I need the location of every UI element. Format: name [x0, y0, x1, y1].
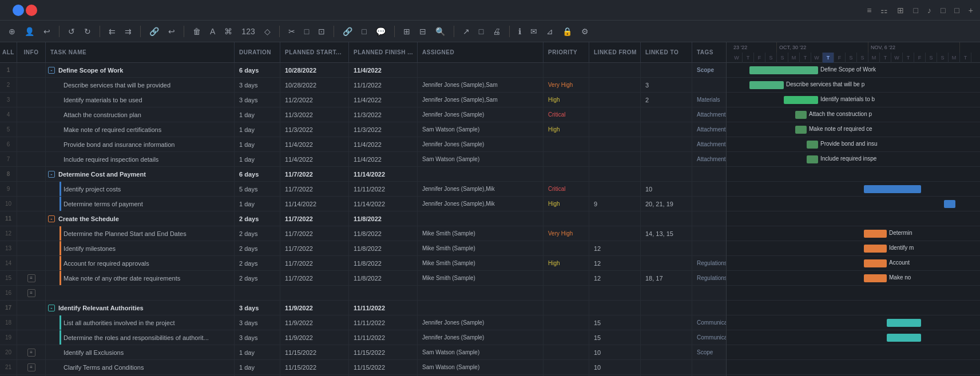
gantt-bar[interactable]	[749, 81, 784, 89]
print-btn[interactable]: 🖨	[490, 25, 503, 38]
document-icon[interactable]: □	[913, 6, 918, 15]
table-row[interactable]: 19 Determine the roles and responsibilit…	[0, 330, 726, 345]
gantt-bar[interactable]	[864, 245, 887, 253]
table-row[interactable]: 12 Determine the Planned Start and End D…	[0, 226, 726, 241]
gantt-bar[interactable]	[807, 155, 818, 163]
chart-icon[interactable]: ♪	[927, 6, 931, 15]
avatar-lh[interactable]	[13, 5, 24, 16]
paste-btn[interactable]: ⊡	[315, 25, 328, 38]
gantt-bar[interactable]	[807, 141, 818, 149]
undo-btn[interactable]: ↺	[65, 25, 78, 38]
col-header-linked-to[interactable]: LINKED TO	[641, 42, 692, 62]
table-row[interactable]: 1 -Define Scope of Work 6 days 10/28/202…	[0, 63, 726, 78]
col-header-assigned[interactable]: ASSIGNED	[418, 42, 543, 62]
table-row[interactable]: 2 Describe services that will be provide…	[0, 78, 726, 93]
row-number: 17	[0, 301, 17, 315]
diamond-btn[interactable]: ◇	[261, 25, 273, 38]
gantt-bar[interactable]	[795, 111, 807, 119]
hamburger-icon[interactable]: ≡	[867, 6, 871, 15]
avatar-sr[interactable]	[26, 5, 37, 16]
share-btn[interactable]: ↩	[41, 25, 53, 38]
outdent-btn[interactable]: ⇇	[106, 25, 118, 38]
settings-btn[interactable]: ⚙	[578, 25, 592, 38]
table-row[interactable]: 11 -Create the Schedule 2 days 11/7/2022…	[0, 211, 726, 226]
table-row[interactable]: 8 -Determine Cost and Payment 6 days 11/…	[0, 167, 726, 182]
row-info: ≡	[17, 360, 46, 374]
table-row[interactable]: 21 ≡ Clarify Terms and Conditions 1 day …	[0, 360, 726, 375]
table-row[interactable]: 4 Attach the construction plan 1 day 11/…	[0, 107, 726, 122]
task-cell: -Define Scope of Work	[46, 63, 235, 77]
table-row[interactable]: 18 List all authorities involved in the …	[0, 315, 726, 330]
col-header-task[interactable]: TASK NAME	[46, 42, 235, 62]
comment-btn[interactable]: 💬	[373, 25, 388, 38]
group-collapse-icon[interactable]: -	[48, 305, 55, 311]
pfinish-cell: 11/8/2022	[349, 226, 418, 241]
gantt-bar[interactable]	[864, 274, 887, 282]
search-btn[interactable]: 🔍	[433, 25, 448, 38]
col-header-pfinish[interactable]: PLANNED FINISH ...	[349, 42, 418, 62]
link-btn[interactable]: 🔗	[146, 25, 162, 38]
delete-btn[interactable]: 🗑	[190, 25, 204, 38]
gantt-bar[interactable]	[944, 200, 955, 208]
table-row[interactable]: 14 Account for required approvals 2 days…	[0, 256, 726, 271]
preview-icon[interactable]: □	[954, 6, 959, 15]
import-btn[interactable]: □	[476, 25, 486, 38]
grid-icon[interactable]: ⊞	[897, 6, 904, 15]
linked-from-cell	[589, 226, 641, 241]
task-bar	[59, 286, 61, 300]
link2-btn[interactable]: 🔗	[340, 25, 355, 38]
table-row[interactable]: 16 ≡	[0, 286, 726, 301]
gantt-bar[interactable]	[887, 334, 921, 342]
gantt-bar[interactable]	[795, 126, 807, 134]
insert-col-btn[interactable]: ⊟	[416, 25, 429, 38]
redo-btn[interactable]: ↻	[81, 25, 94, 38]
group-collapse-icon[interactable]: -	[48, 67, 55, 74]
col-header-linked-from[interactable]: LINKED FROM	[589, 42, 641, 62]
table-row[interactable]: 7 Include required inspection details 1 …	[0, 152, 726, 167]
table-row[interactable]: 20 ≡ Identify all Exclusions 1 day 11/15…	[0, 345, 726, 360]
group-collapse-icon[interactable]: -	[48, 215, 55, 222]
person-btn[interactable]: 👤	[22, 25, 37, 38]
gantt-bar[interactable]	[749, 66, 818, 74]
back-btn[interactable]: ↩	[165, 25, 178, 38]
lock-btn[interactable]: 🔒	[560, 25, 575, 38]
table-row[interactable]: 9 Identify project costs 5 days 11/7/202…	[0, 182, 726, 197]
export-btn[interactable]: ↗	[460, 25, 473, 38]
gantt-bar[interactable]	[864, 185, 921, 193]
gantt-bar[interactable]	[864, 230, 887, 238]
bars-icon[interactable]: ⚏	[880, 6, 888, 15]
indent-btn[interactable]: ⇉	[122, 25, 134, 38]
add-view-icon[interactable]: +	[969, 6, 973, 15]
col-header-duration[interactable]: DURATION	[235, 42, 280, 62]
col-header-pstart[interactable]: PLANNED START...	[280, 42, 349, 62]
attach-btn[interactable]: □	[359, 25, 369, 38]
gantt-bar[interactable]	[784, 96, 818, 104]
col-header-tags[interactable]: TAGS	[692, 42, 727, 62]
copy-btn[interactable]: □	[301, 25, 312, 38]
table-row[interactable]: 5 Make note of required certifications 1…	[0, 122, 726, 137]
table-row[interactable]: 6 Provide bond and insurance information…	[0, 137, 726, 152]
mail-btn[interactable]: ✉	[527, 25, 540, 38]
table-row[interactable]: 13 Identify milestones 2 days 11/7/2022 …	[0, 241, 726, 256]
gantt-row: Make note of required ce	[727, 122, 980, 137]
add-btn[interactable]: ⊕	[6, 25, 18, 38]
table-row[interactable]: 10 Determine terms of payment 1 day 11/1…	[0, 197, 726, 211]
insert-row-btn[interactable]: ⊞	[400, 25, 413, 38]
col-header-priority[interactable]: PRIORITY	[543, 42, 589, 62]
number-btn[interactable]: 123	[239, 25, 257, 38]
task-bar	[59, 360, 61, 374]
gantt-bar[interactable]	[887, 319, 921, 327]
table-icon[interactable]: □	[941, 6, 945, 15]
task-bar	[59, 256, 61, 270]
table-row[interactable]: 15 ≡ Make note of any other date require…	[0, 271, 726, 286]
font-btn[interactable]: A	[207, 25, 218, 38]
table-row[interactable]: 3 Identify materials to be used 3 days 1…	[0, 93, 726, 107]
gantt-bar[interactable]	[864, 259, 887, 267]
info-btn[interactable]: ℹ	[515, 25, 524, 38]
cut-btn[interactable]: ✂	[285, 25, 298, 38]
table-row[interactable]: 17 -Identify Relevant Authorities 3 days…	[0, 301, 726, 315]
row-info	[17, 315, 46, 330]
group-collapse-icon[interactable]: -	[48, 171, 55, 178]
tag-btn[interactable]: ⌘	[221, 25, 235, 38]
filter-btn[interactable]: ⊿	[543, 25, 556, 38]
